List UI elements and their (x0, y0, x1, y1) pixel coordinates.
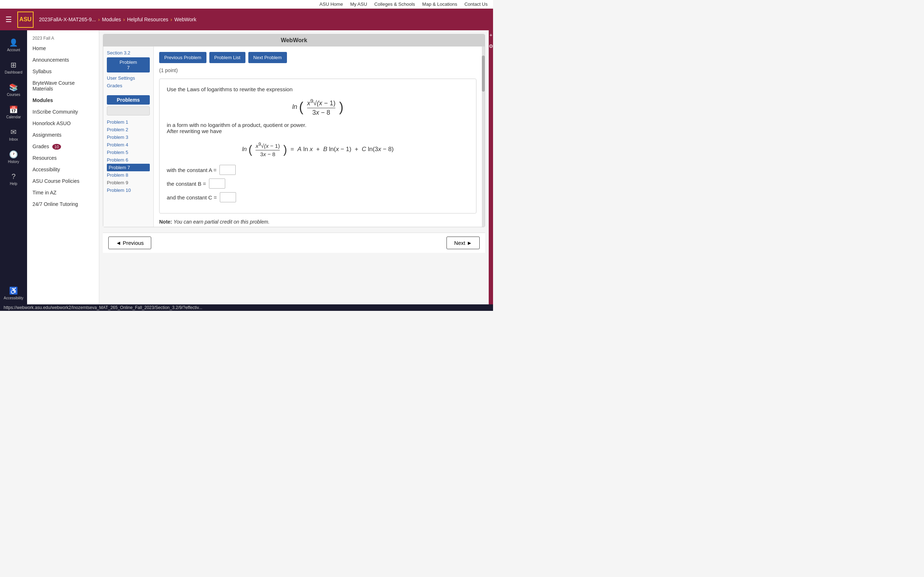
right-sidebar: + ⚙ (489, 30, 493, 305)
problem-2-link[interactable]: Problem 2 (107, 126, 150, 134)
problem-1-link[interactable]: Problem 1 (107, 118, 150, 126)
constant-a-row: with the constant A = (167, 165, 469, 175)
sidebar-item-help[interactable]: ? Help (0, 168, 27, 190)
problem-content: Previous Problem Problem List Next Probl… (154, 47, 482, 227)
nav-assignments[interactable]: Assignments (27, 129, 99, 141)
grades-badge: 10 (52, 144, 61, 150)
previous-problem-button[interactable]: Previous Problem (159, 52, 207, 63)
page-layout: 👤 Account ⊞ Dashboard 📚 Courses 📅 Calend… (0, 30, 493, 305)
breadcrumb-sep-1: › (98, 16, 100, 23)
dashboard-label: Dashboard (5, 70, 23, 74)
problem-7-link[interactable]: Problem 7 (107, 164, 150, 171)
constant-c-input[interactable] (220, 192, 236, 202)
breadcrumb-modules[interactable]: Modules (102, 16, 121, 23)
nav-resources[interactable]: Resources (27, 152, 99, 164)
breadcrumb-helpful-resources[interactable]: Helpful Resources (127, 16, 168, 23)
problem-3-link[interactable]: Problem 3 (107, 134, 150, 141)
sidebar-item-courses[interactable]: 📚 Courses (0, 79, 27, 101)
contact-us-link[interactable]: Contact Us (465, 2, 488, 7)
history-icon: 🕐 (9, 150, 18, 159)
after-instruction: in a form with no logarithm of a product… (167, 122, 469, 134)
sidebar-item-calendar[interactable]: 📅 Calendar (0, 101, 27, 123)
math-expression-display: ln ( x9√(x − 1) 3x − 8 ) (167, 98, 469, 116)
problem-9-link[interactable]: Problem 9 (107, 179, 150, 187)
help-label: Help (10, 182, 17, 186)
bottom-nav: ◄ Previous Next ► (103, 233, 485, 253)
breadcrumb-current: WebWork (174, 16, 196, 23)
nav-asu-policies[interactable]: ASU Course Policies (27, 175, 99, 187)
problem-list-button[interactable]: Problem List (209, 52, 246, 63)
nav-inscribe[interactable]: InScribe Community (27, 106, 99, 118)
nav-tutoring[interactable]: 24/7 Online Tutoring (27, 198, 99, 210)
current-problem-button[interactable]: Problem7 (107, 57, 150, 73)
problems-panel: Section 3.2 Problem7 User Settings Grade… (103, 47, 154, 227)
nav-modules[interactable]: Modules (27, 95, 99, 106)
hamburger-icon[interactable]: ☰ (5, 15, 12, 24)
account-label: Account (7, 48, 20, 52)
constant-a-label: with the constant A = (167, 167, 216, 173)
equation-display: ln ( x9√(x − 1) 3x − 8 ) = A ln x + B ln… (167, 141, 469, 158)
sidebar-item-history[interactable]: 🕐 History (0, 146, 27, 168)
problem-10-link[interactable]: Problem 10 (107, 187, 150, 194)
calendar-icon: 📅 (9, 105, 18, 114)
breadcrumb-course[interactable]: 2023FallA-X-MAT265-9... (39, 16, 96, 23)
constant-b-label: the constant B = (167, 181, 206, 187)
calendar-label: Calendar (6, 115, 21, 119)
inbox-icon: ✉ (10, 128, 16, 136)
map-locations-link[interactable]: Map & Locations (422, 2, 457, 7)
scroll-thumb[interactable] (482, 56, 485, 92)
problems-label: Problems (107, 95, 150, 105)
scroll-bar[interactable] (482, 47, 485, 227)
nav-brytewave[interactable]: BryteWave Course Materials (27, 77, 99, 95)
nav-sidebar: 2023 Fall A Home Announcements Syllabus … (27, 30, 99, 305)
my-asu-link[interactable]: My ASU (350, 2, 367, 7)
constant-b-row: the constant B = (167, 179, 469, 189)
sidebar-item-dashboard[interactable]: ⊞ Dashboard (0, 56, 27, 79)
previous-button[interactable]: ◄ Previous (108, 237, 151, 249)
next-button[interactable]: Next ► (446, 237, 480, 249)
nav-syllabus[interactable]: Syllabus (27, 66, 99, 77)
problem-points: (1 point) (159, 68, 477, 73)
section-label[interactable]: Section 3.2 (107, 50, 150, 56)
webwork-toolbar: Previous Problem Problem List Next Probl… (159, 52, 477, 63)
webwork-title: WebWork (103, 34, 485, 47)
constant-c-label: and the constant C = (167, 194, 217, 200)
problem-4-link[interactable]: Problem 4 (107, 141, 150, 148)
status-bar: https://webwork.asu.edu/webwork2/Inozemt… (0, 305, 493, 311)
sidebar-item-accessibility[interactable]: ♿ Accessibility (0, 282, 27, 305)
problem-search-input[interactable] (107, 106, 150, 115)
dashboard-icon: ⊞ (10, 61, 16, 69)
user-settings-link[interactable]: User Settings (107, 74, 150, 82)
right-sidebar-icon-2: ⚙ (489, 43, 493, 49)
problem-5-link[interactable]: Problem 5 (107, 148, 150, 156)
nav-time-az[interactable]: Time in AZ (27, 187, 99, 198)
nav-grades[interactable]: Grades 10 (27, 141, 99, 152)
problem-box: Use the Laws of logarithms to rewrite th… (159, 79, 477, 213)
nav-home[interactable]: Home (27, 43, 99, 54)
accessibility-icon: ♿ (9, 286, 18, 295)
breadcrumb-sep-3: › (170, 16, 172, 23)
breadcrumb: 2023FallA-X-MAT265-9... › Modules › Help… (39, 16, 488, 23)
grades-link[interactable]: Grades (107, 82, 150, 89)
constant-a-input[interactable] (220, 165, 236, 175)
top-links-bar: ASU Home My ASU Colleges & Schools Map &… (0, 0, 493, 9)
asu-home-link[interactable]: ASU Home (320, 2, 343, 7)
constant-c-row: and the constant C = (167, 192, 469, 202)
colleges-schools-link[interactable]: Colleges & Schools (374, 2, 415, 7)
note-row: Note: You can earn partial credit on thi… (159, 219, 477, 225)
semester-label: 2023 Fall A (27, 34, 99, 43)
nav-accessibility[interactable]: Accessibility (27, 164, 99, 175)
asu-logo: ASU (17, 11, 34, 28)
problem-8-link[interactable]: Problem 8 (107, 171, 150, 179)
sidebar-item-inbox[interactable]: ✉ Inbox (0, 123, 27, 146)
history-label: History (8, 160, 19, 164)
problem-6-link[interactable]: Problem 6 (107, 156, 150, 164)
nav-honorlock[interactable]: Honorlock ASUO (27, 118, 99, 129)
next-problem-button[interactable]: Next Problem (248, 52, 287, 63)
courses-label: Courses (7, 93, 20, 97)
problem-instruction: Use the Laws of logarithms to rewrite th… (167, 86, 469, 92)
sidebar-item-account[interactable]: 👤 Account (0, 34, 27, 56)
nav-announcements[interactable]: Announcements (27, 54, 99, 66)
inbox-label: Inbox (9, 137, 18, 141)
constant-b-input[interactable] (209, 179, 225, 189)
